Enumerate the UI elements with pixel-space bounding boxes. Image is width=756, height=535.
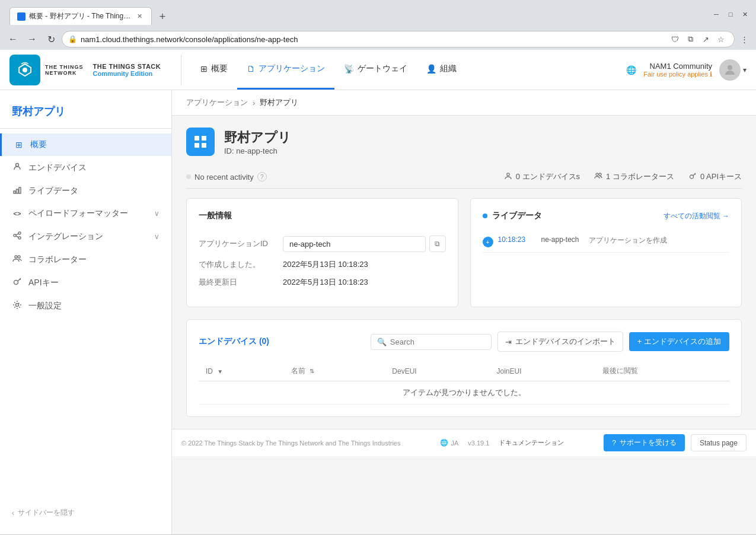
share-button[interactable]: ↗ — [698, 32, 713, 46]
forward-button[interactable]: → — [24, 31, 40, 47]
avatar-chevron: ▾ — [743, 66, 747, 74]
screenshot-button[interactable]: ⧉ — [683, 32, 697, 46]
close-button[interactable]: ✕ — [738, 8, 751, 21]
address-bar-row: ← → ↻ 🔒 nam1.cloud.thethings.network/con… — [0, 28, 756, 50]
nav-applications[interactable]: 🗋 アプリケーション — [237, 50, 334, 90]
sidebar-item-general-settings[interactable]: 一般設定 — [0, 294, 171, 317]
svg-rect-18 — [194, 143, 199, 148]
status-button[interactable]: Status page — [691, 434, 747, 451]
reload-button[interactable]: ↻ — [43, 31, 59, 47]
view-all-link[interactable]: すべての活動閲覧 → — [664, 211, 729, 221]
import-devices-button[interactable]: ⇥ エンドデバイスのインポート — [497, 332, 623, 352]
sidebar-overview-label: 概要 — [30, 139, 47, 150]
nav-gateways[interactable]: 📡 ゲートウェイ — [334, 50, 417, 90]
nav-organizations[interactable]: 👤 組織 — [417, 50, 466, 90]
svg-point-7 — [14, 234, 16, 237]
col-name-header[interactable]: 名前 ⇅ — [284, 361, 385, 381]
created-field-value: 2022年5月13日 10:18:23 — [283, 259, 368, 270]
nav-overview[interactable]: ⊞ 概要 — [191, 50, 237, 90]
breadcrumb-current: 野村アプリ — [260, 97, 298, 108]
app-id-value: ne-app-tech — [236, 147, 277, 155]
app-id: ID: ne-app-tech — [224, 147, 291, 155]
add-btn-label: + エンドデバイスの追加 — [637, 336, 721, 347]
col-name-label: 名前 — [291, 367, 305, 375]
sidebar-item-integrations[interactable]: インテグレーション ∨ — [0, 225, 171, 248]
svg-point-21 — [596, 173, 598, 176]
search-input[interactable] — [390, 337, 485, 346]
browser-tab[interactable]: 概要 - 野村アプリ - The Things St... ✕ — [9, 7, 152, 25]
nav-gateways-label: ゲートウェイ — [358, 63, 407, 74]
devices-header: エンドデバイス (0) 🔍 ⇥ エンドデバイスのインポート — [199, 332, 729, 352]
sidebar-item-payload-formatter[interactable]: <> ペイロードフォーマッター ∨ — [0, 202, 171, 225]
svg-rect-19 — [202, 143, 206, 148]
devices-title: エンドデバイス (0) — [199, 336, 269, 347]
support-button-label: サポートを受ける — [620, 438, 677, 448]
svg-rect-17 — [202, 136, 206, 141]
sidebar-toggle[interactable]: ‹ サイドバーを隠す — [0, 501, 171, 525]
tab-close-button[interactable]: ✕ — [135, 12, 144, 21]
minimize-button[interactable]: ─ — [710, 8, 723, 21]
col-id-header[interactable]: ID ▼ — [199, 361, 284, 381]
overview-sidebar-icon: ⊞ — [14, 140, 24, 149]
sidebar-item-collaborators[interactable]: コラボレーター — [0, 248, 171, 271]
col-deveui-header: DevEUI — [385, 361, 489, 381]
sidebar-item-overview[interactable]: ⊞ 概要 — [0, 133, 171, 156]
copy-app-id-button[interactable]: ⧉ — [429, 235, 446, 252]
payload-chevron-icon: ∨ — [154, 209, 160, 218]
app-footer: © 2022 The Things Stack by The Things Ne… — [172, 429, 756, 456]
api-keys-sidebar-icon — [12, 277, 23, 288]
maximize-button[interactable]: □ — [724, 8, 737, 21]
devices-table-header: ID ▼ 名前 ⇅ DevEUI — [199, 361, 729, 381]
policy-text: Fair use policy applies — [643, 71, 708, 78]
devices-table: ID ▼ 名前 ⇅ DevEUI — [199, 361, 729, 405]
footer-copyright: © 2022 The Things Stack by The Things Ne… — [181, 440, 400, 447]
svg-point-22 — [599, 173, 601, 176]
new-tab-button[interactable]: + — [154, 8, 171, 25]
svg-rect-5 — [17, 189, 18, 193]
svg-rect-16 — [194, 136, 199, 141]
general-settings-sidebar-icon — [12, 300, 23, 311]
breadcrumb-separator: › — [253, 98, 255, 107]
svg-rect-6 — [19, 187, 21, 193]
app-header-section: 野村アプリ ID: ne-app-tech — [186, 128, 742, 156]
chrome-menu-button[interactable]: ⋮ — [737, 32, 751, 46]
address-bar-actions: 🛡 ⧉ ↗ ☆ — [668, 32, 728, 46]
svg-rect-4 — [14, 191, 15, 193]
stat-end-devices[interactable]: 0 エンドデバイスs — [504, 171, 580, 182]
logo-brand-text: THE THINGS STACK — [93, 63, 161, 70]
support-button[interactable]: ? サポートを受ける — [604, 434, 685, 451]
address-bar[interactable]: 🔒 nam1.cloud.thethings.network/console/a… — [62, 31, 735, 47]
col-id-label: ID — [206, 367, 213, 375]
search-box: 🔍 — [371, 334, 492, 350]
footer-language-selector[interactable]: 🌐 JA — [440, 439, 458, 447]
footer-docs-link[interactable]: ドキュメンテーション — [499, 438, 564, 447]
sidebar-item-live-data[interactable]: ライブデータ — [0, 179, 171, 202]
tab-title: 概要 - 野村アプリ - The Things St... — [29, 11, 131, 21]
sidebar-toggle-icon: ‹ — [12, 509, 14, 517]
sidebar: 野村アプリ ⊞ 概要 エンドデバイス ライブデータ — [0, 90, 172, 534]
ttn-logo-icon — [9, 55, 40, 85]
page-body: 野村アプリ ID: ne-app-tech No recent activity — [172, 116, 756, 429]
community-name: NAM1 Community — [650, 62, 712, 71]
stat-api-keys[interactable]: 0 APIキース — [688, 171, 742, 182]
no-items-row: アイテムが見つかりませんでした。 — [199, 381, 729, 405]
titlebar: 概要 - 野村アプリ - The Things St... ✕ + ─ □ ✕ — [0, 0, 756, 28]
logo-section: THE THINGS NETWORK THE THINGS STACK Comm… — [9, 55, 181, 85]
app-id-label: ID: — [224, 147, 234, 155]
add-device-button[interactable]: + エンドデバイスの追加 — [629, 332, 729, 351]
user-avatar-dropdown[interactable]: ▾ — [719, 59, 747, 81]
sidebar-item-end-devices[interactable]: エンドデバイス — [0, 156, 171, 179]
breadcrumb-parent[interactable]: アプリケーション — [186, 97, 248, 108]
back-button[interactable]: ← — [5, 31, 21, 47]
activity-help-icon[interactable]: ? — [257, 172, 267, 181]
community-info: NAM1 Community Fair use policy applies ℹ — [643, 62, 712, 78]
app-id-input[interactable] — [283, 236, 426, 252]
name-sort-icon: ⇅ — [310, 368, 314, 374]
sidebar-toggle-label: サイドバーを隠す — [18, 508, 75, 518]
end-devices-stat-icon — [504, 172, 512, 182]
stat-collaborators[interactable]: 1 コラボレータース — [594, 171, 674, 182]
sidebar-item-api-keys[interactable]: APIキー — [0, 271, 171, 294]
logo-text: THE THINGS NETWORK — [45, 64, 84, 76]
bookmark-button[interactable]: ☆ — [714, 32, 728, 46]
security-button[interactable]: 🛡 — [668, 32, 682, 46]
